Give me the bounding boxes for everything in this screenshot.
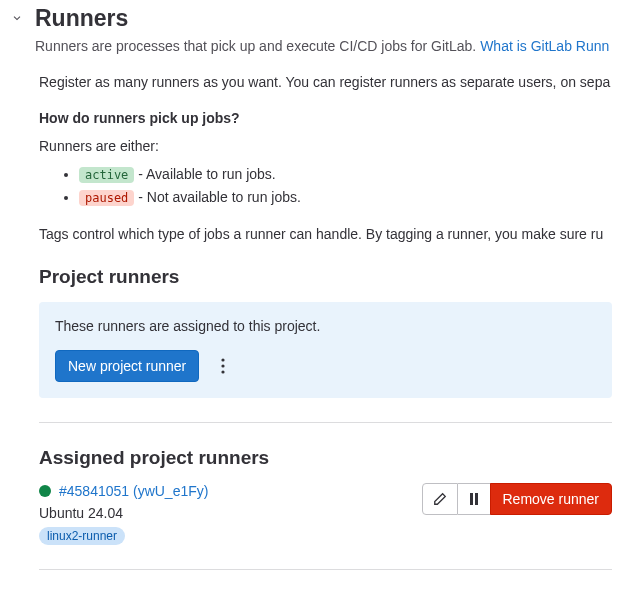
project-runners-heading: Project runners <box>39 266 641 288</box>
how-heading: How do runners pick up jobs? <box>39 110 641 126</box>
active-badge: active <box>79 167 134 183</box>
list-item: paused - Not available to run jobs. <box>79 189 641 206</box>
runner-description: Ubuntu 24.04 <box>39 505 208 521</box>
pause-icon <box>468 492 480 506</box>
runner-tag-badge: linux2-runner <box>39 527 125 545</box>
divider <box>39 422 612 423</box>
assigned-runners-heading: Assigned project runners <box>39 447 641 469</box>
tags-text: Tags control which type of jobs a runner… <box>39 226 641 242</box>
remove-runner-button[interactable]: Remove runner <box>490 483 613 515</box>
svg-point-0 <box>222 358 225 361</box>
svg-rect-3 <box>470 493 473 505</box>
status-list: active - Available to run jobs. paused -… <box>79 166 641 206</box>
more-actions-icon[interactable] <box>215 352 231 380</box>
page-title: Runners <box>35 4 609 34</box>
page-subtitle: Runners are processes that pick up and e… <box>35 38 609 54</box>
new-project-runner-button[interactable]: New project runner <box>55 350 199 382</box>
collapse-chevron-icon[interactable] <box>11 12 23 24</box>
project-runners-box: These runners are assigned to this proje… <box>39 302 612 398</box>
pencil-icon <box>433 492 447 506</box>
what-is-runner-link[interactable]: What is GitLab Runn <box>480 38 609 54</box>
divider <box>39 569 612 570</box>
svg-point-2 <box>222 370 225 373</box>
either-text: Runners are either: <box>39 138 641 154</box>
status-online-icon <box>39 485 51 497</box>
paused-badge: paused <box>79 190 134 206</box>
list-item: active - Available to run jobs. <box>79 166 641 183</box>
runner-id-link[interactable]: #45841051 (ywU_e1Fy) <box>59 483 208 499</box>
register-text: Register as many runners as you want. Yo… <box>39 74 641 90</box>
svg-rect-4 <box>475 493 478 505</box>
project-runners-box-text: These runners are assigned to this proje… <box>55 318 596 334</box>
svg-point-1 <box>222 364 225 367</box>
pause-runner-button[interactable] <box>458 483 491 515</box>
edit-runner-button[interactable] <box>422 483 458 515</box>
